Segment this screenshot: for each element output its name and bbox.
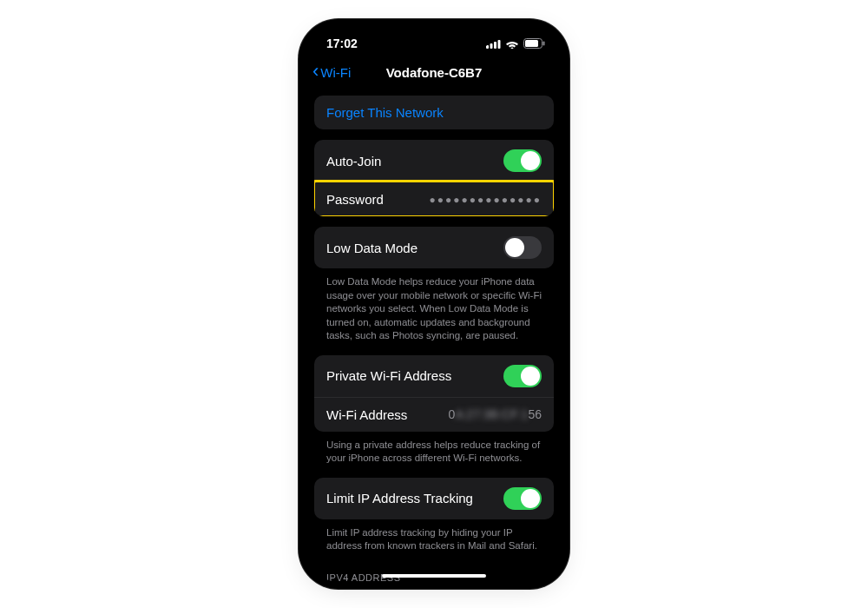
- password-label: Password: [326, 192, 384, 207]
- svg-rect-2: [494, 42, 496, 49]
- limit-ip-toggle[interactable]: [503, 487, 542, 510]
- group-forget: Forget This Network: [314, 96, 554, 129]
- auto-join-row: Auto-Join: [314, 140, 554, 182]
- forget-network-button[interactable]: Forget This Network: [314, 96, 554, 129]
- group-limit-ip: Limit IP Address Tracking: [314, 478, 554, 519]
- back-label: Wi-Fi: [320, 65, 351, 80]
- svg-rect-1: [490, 43, 493, 49]
- limit-ip-footer: Limit IP address tracking by hiding your…: [314, 523, 554, 565]
- limit-ip-row: Limit IP Address Tracking: [314, 478, 554, 519]
- group-private-addr: Private Wi-Fi Address Wi-Fi Address 0A:2…: [314, 355, 554, 432]
- back-button[interactable]: ‹ Wi-Fi: [312, 63, 351, 82]
- notch: [373, 26, 495, 47]
- group-low-data: Low Data Mode: [314, 227, 554, 268]
- private-addr-toggle[interactable]: [503, 365, 542, 387]
- status-time: 17:02: [326, 36, 358, 50]
- low-data-toggle[interactable]: [503, 236, 542, 259]
- battery-icon: [523, 38, 545, 49]
- home-indicator: [382, 574, 486, 578]
- wifi-address-row[interactable]: Wi-Fi Address 0A:27:3B:CF:156: [314, 397, 554, 432]
- forget-network-label: Forget This Network: [326, 105, 444, 120]
- low-data-footer: Low Data Mode helps reduce your iPhone d…: [314, 272, 554, 355]
- wifi-icon: [505, 39, 519, 49]
- private-addr-footer: Using a private address helps reduce tra…: [314, 435, 554, 478]
- nav-bar: ‹ Wi-Fi Vodafone-C6B7: [306, 61, 562, 90]
- low-data-label: Low Data Mode: [326, 241, 418, 255]
- status-icons: [486, 38, 545, 49]
- chevron-left-icon: ‹: [312, 62, 319, 81]
- svg-rect-3: [498, 40, 501, 49]
- wifi-address-value: 0A:27:3B:CF:156: [449, 407, 542, 421]
- password-row[interactable]: Password ●●●●●●●●●●●●●●: [314, 182, 554, 216]
- phone-frame: 17:02 ‹ Wi-Fi Vodafone-C6B7 Forget This …: [306, 26, 562, 582]
- wifi-address-label: Wi-Fi Address: [326, 407, 407, 422]
- svg-rect-6: [543, 42, 545, 46]
- auto-join-toggle[interactable]: [503, 149, 542, 172]
- group-auto-join: Auto-Join Password ●●●●●●●●●●●●●●: [314, 140, 554, 216]
- password-mask: ●●●●●●●●●●●●●●: [430, 194, 542, 206]
- settings-scroll[interactable]: Forget This Network Auto-Join Password ●…: [306, 90, 562, 582]
- auto-join-label: Auto-Join: [326, 154, 381, 169]
- low-data-row: Low Data Mode: [314, 227, 554, 268]
- private-addr-row: Private Wi-Fi Address: [314, 355, 554, 397]
- svg-rect-5: [525, 40, 538, 47]
- limit-ip-label: Limit IP Address Tracking: [326, 491, 473, 506]
- private-addr-label: Private Wi-Fi Address: [326, 368, 451, 383]
